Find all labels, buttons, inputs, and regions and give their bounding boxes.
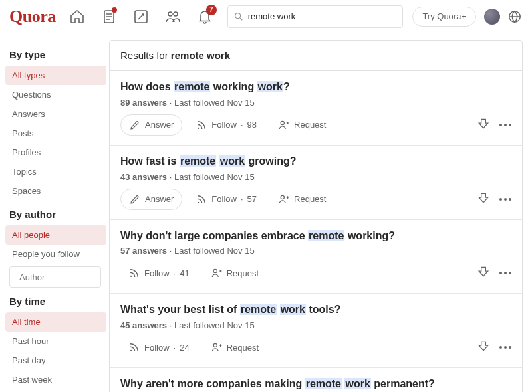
svg-point-13 — [130, 276, 132, 277]
follow-button[interactable]: Follow·57 — [188, 189, 265, 210]
sidebar-time-item[interactable]: Past hour — [5, 332, 106, 351]
downvote-button[interactable] — [477, 191, 490, 207]
avatar[interactable] — [484, 9, 500, 25]
result-meta: 45 answers · Last followed Nov 15 — [120, 320, 511, 330]
results-list: How does remote working work?89 answers … — [110, 71, 522, 392]
search-wrap — [227, 5, 404, 28]
nav-following[interactable] — [96, 3, 122, 30]
search-icon — [233, 11, 244, 22]
svg-point-11 — [198, 201, 199, 203]
svg-point-3 — [174, 12, 178, 16]
more-button[interactable] — [499, 124, 511, 126]
sidebar-time-list: All timePast hourPast dayPast weekPast m… — [9, 312, 106, 392]
sidebar-time-item[interactable]: Past day — [5, 351, 106, 370]
sidebar-type-item[interactable]: Spaces — [5, 181, 106, 201]
nav-icons: 7 — [64, 3, 218, 30]
sidebar-type-item[interactable]: All types — [5, 66, 106, 85]
result-title[interactable]: What's your best list of remote work too… — [120, 303, 511, 317]
results-prefix: Results for — [120, 50, 171, 61]
result-meta: 43 answers · Last followed Nov 15 — [120, 172, 511, 182]
result-title[interactable]: How does remote working work? — [120, 80, 511, 94]
sidebar-type-item[interactable]: Profiles — [5, 143, 106, 162]
downvote-button[interactable] — [477, 265, 490, 281]
result-title[interactable]: Why aren't more companies making remote … — [120, 377, 511, 391]
follow-button[interactable]: Follow·98 — [188, 114, 265, 136]
nav-answer[interactable] — [128, 3, 154, 30]
sidebar-author-item[interactable]: All people — [5, 225, 106, 245]
people-icon — [165, 9, 181, 25]
sidebar-author-list: All peoplePeople you follow — [9, 225, 106, 264]
svg-point-15 — [130, 350, 132, 351]
svg-point-14 — [213, 270, 217, 273]
sidebar-heading-author: By author — [9, 209, 106, 220]
notification-badge: 7 — [206, 5, 217, 15]
sidebar-type-item[interactable]: Posts — [5, 124, 106, 143]
svg-point-12 — [281, 195, 284, 199]
author-input[interactable] — [19, 272, 106, 282]
results-header: Results for remote work — [110, 41, 522, 71]
result-actions: AnswerFollow·57Request — [120, 189, 511, 210]
result-item: Why don't large companies embrace remote… — [110, 220, 522, 294]
nav-notifications[interactable]: 7 — [192, 3, 218, 30]
request-button[interactable]: Request — [203, 337, 267, 358]
result-item: How fast is remote work growing?43 answe… — [110, 146, 522, 220]
search-box[interactable] — [227, 5, 404, 28]
svg-point-2 — [168, 12, 172, 16]
svg-point-16 — [213, 344, 217, 347]
follow-button[interactable]: Follow·41 — [120, 262, 198, 284]
result-meta: 89 answers · Last followed Nov 15 — [120, 98, 511, 108]
result-actions: AnswerFollow·98Request — [120, 114, 511, 136]
sidebar-author-item[interactable]: People you follow — [5, 245, 106, 264]
header: Quora 7 Try Quora+ — [0, 0, 532, 33]
svg-point-4 — [235, 13, 240, 18]
nav-home[interactable] — [64, 3, 90, 30]
result-actions: Follow·41Request — [120, 262, 511, 284]
svg-point-9 — [281, 121, 284, 124]
home-icon — [69, 9, 85, 25]
sidebar-type-item[interactable]: Answers — [5, 104, 106, 124]
sidebar-type-item[interactable]: Questions — [5, 85, 106, 104]
request-button[interactable]: Request — [270, 189, 334, 210]
search-input[interactable] — [248, 11, 398, 21]
sidebar-time-item[interactable]: Past week — [5, 370, 106, 389]
results-panel: Results for remote work How does remote … — [109, 40, 523, 392]
downvote-button[interactable] — [477, 340, 490, 355]
answer-button[interactable]: Answer — [120, 189, 182, 210]
edit-icon — [133, 9, 149, 25]
result-meta: 57 answers · Last followed Nov 15 — [120, 246, 511, 256]
request-button[interactable]: Request — [270, 114, 334, 136]
request-button[interactable]: Request — [203, 262, 267, 284]
more-button[interactable] — [499, 346, 511, 349]
sidebar-type-item[interactable]: Topics — [5, 162, 106, 181]
result-item: What's your best list of remote work too… — [110, 294, 522, 368]
result-title[interactable]: Why don't large companies embrace remote… — [120, 229, 511, 243]
sidebar-type-list: All typesQuestionsAnswersPostsProfilesTo… — [9, 66, 106, 201]
svg-point-8 — [198, 128, 199, 129]
nav-spaces[interactable] — [160, 3, 186, 30]
more-button[interactable] — [499, 272, 511, 274]
content: Results for remote work How does remote … — [106, 33, 532, 392]
globe-icon — [507, 9, 522, 24]
notification-dot — [112, 7, 117, 13]
result-item: Why aren't more companies making remote … — [110, 368, 522, 392]
result-item: How does remote working work?89 answers … — [110, 71, 522, 146]
more-button[interactable] — [499, 198, 511, 201]
downvote-button[interactable] — [477, 117, 490, 133]
main: By type All typesQuestionsAnswersPostsPr… — [0, 33, 532, 392]
sidebar: By type All typesQuestionsAnswersPostsPr… — [0, 33, 106, 392]
author-search[interactable] — [9, 266, 101, 288]
follow-button[interactable]: Follow·24 — [120, 337, 198, 358]
language-button[interactable] — [507, 9, 523, 25]
result-title[interactable]: How fast is remote work growing? — [120, 155, 511, 169]
answer-button[interactable]: Answer — [120, 114, 182, 136]
try-quora-plus-button[interactable]: Try Quora+ — [412, 7, 476, 27]
sidebar-heading-type: By type — [9, 49, 106, 60]
result-actions: Follow·24Request — [120, 337, 511, 358]
logo[interactable]: Quora — [9, 7, 56, 27]
sidebar-time-item[interactable]: Past month — [5, 389, 106, 392]
results-query: remote work — [171, 50, 230, 61]
sidebar-heading-time: By time — [9, 296, 106, 307]
sidebar-time-item[interactable]: All time — [5, 312, 106, 332]
